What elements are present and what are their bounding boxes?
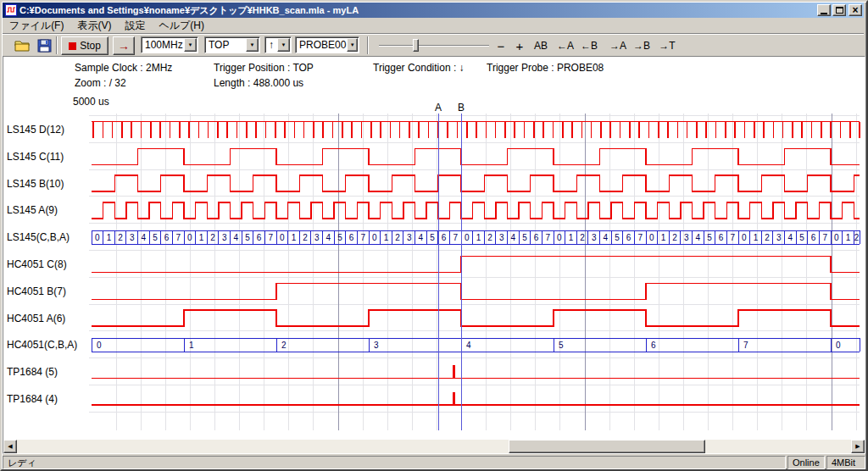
trigger-position-combo[interactable]: TOP ▼ bbox=[204, 36, 260, 53]
maximize-icon bbox=[836, 7, 843, 14]
signal-row-7: HC4051 A(6) bbox=[7, 310, 860, 326]
statusbar: レディ Online 4MBit bbox=[3, 456, 865, 469]
scroll-right-button[interactable]: ▶ bbox=[851, 440, 865, 453]
scrollbar-thumb[interactable] bbox=[509, 440, 705, 453]
toolbar: Stop → 100MHz ▼ TOP ▼ ↑ ▼ PROBE00 ▼ − + … bbox=[3, 33, 864, 56]
chevron-down-icon[interactable]: ▼ bbox=[246, 38, 259, 52]
save-file-button[interactable] bbox=[35, 36, 55, 55]
zoom-out-button[interactable]: − bbox=[492, 36, 509, 55]
bus-value: 2 bbox=[487, 233, 492, 242]
scrollbar-track[interactable] bbox=[17, 440, 851, 453]
bus-value: 2 bbox=[580, 233, 585, 242]
bus-value: 0 bbox=[97, 341, 102, 350]
chevron-down-icon[interactable]: ▼ bbox=[184, 38, 197, 52]
menu-view[interactable]: 表示(V) bbox=[70, 18, 118, 34]
signal-label: LS145 B(10) bbox=[7, 178, 64, 190]
trigger-edge-combo[interactable]: ↑ ▼ bbox=[264, 36, 292, 53]
maximize-button[interactable] bbox=[832, 4, 846, 16]
menu-file[interactable]: ファイル(F) bbox=[3, 18, 70, 34]
chevron-down-icon[interactable]: ▼ bbox=[277, 38, 290, 52]
bus-value: 2 bbox=[765, 233, 770, 242]
bus-value: 7 bbox=[175, 233, 181, 242]
zoom-slider[interactable] bbox=[379, 36, 489, 55]
signal-row-0: LS145 D(12) bbox=[7, 122, 860, 138]
bus-value: 2 bbox=[395, 233, 400, 242]
bus-value: 6 bbox=[626, 233, 632, 242]
signal-label: LS145 A(9) bbox=[7, 204, 58, 216]
stop-button[interactable]: Stop bbox=[61, 36, 108, 55]
bus-value: 5 bbox=[559, 341, 564, 350]
bus-value: 2 bbox=[281, 341, 287, 350]
bus-value: 0 bbox=[742, 233, 747, 242]
signal-row-1: LS145 C(11) bbox=[7, 148, 860, 164]
signal-label: HC4051 A(6) bbox=[7, 313, 65, 324]
floppy-disk-icon bbox=[37, 39, 53, 53]
bus-value: 0 bbox=[95, 233, 100, 242]
signal-row-10: TP1684 (4) bbox=[7, 392, 860, 405]
menu-help[interactable]: ヘルプ(H) bbox=[152, 18, 211, 34]
bus-value: 4 bbox=[466, 341, 471, 350]
move-marker-b-left-button[interactable]: ←B bbox=[577, 36, 601, 55]
run-button[interactable]: → bbox=[113, 36, 135, 55]
marker-label: B bbox=[458, 102, 465, 114]
zoom-in-button[interactable]: + bbox=[511, 36, 528, 55]
marker-b[interactable]: B bbox=[458, 102, 465, 430]
bus-value: 0 bbox=[187, 233, 192, 242]
stop-icon bbox=[69, 42, 76, 50]
bus-value: 2 bbox=[672, 233, 677, 242]
goto-trigger-button[interactable]: →T bbox=[655, 36, 679, 55]
move-marker-b-right-button[interactable]: →B bbox=[630, 36, 654, 55]
close-button[interactable]: × bbox=[849, 4, 862, 16]
horizontal-scrollbar[interactable]: ◀ ▶ bbox=[3, 440, 865, 453]
move-marker-a-left-button[interactable]: ←A bbox=[554, 36, 577, 55]
signal-row-6: HC4051 B(7) bbox=[7, 283, 860, 299]
bus-value: 5 bbox=[430, 233, 435, 242]
zoom-slider-track[interactable] bbox=[379, 45, 489, 47]
close-icon: × bbox=[852, 6, 858, 14]
bus-value: 4 bbox=[788, 233, 793, 242]
trigger-probe-info: Trigger Probe : PROBE08 bbox=[487, 62, 604, 74]
waveform-canvas: LS145 D(12)LS145 C(11)LS145 B(10)LS145 A… bbox=[3, 57, 865, 438]
app-icon bbox=[5, 4, 17, 16]
bus-value: 0 bbox=[836, 341, 841, 350]
titlebar[interactable]: C:¥Documents and Settings¥noname¥デスクトップ¥… bbox=[3, 3, 864, 18]
sample-clock-value: 100MHz bbox=[142, 39, 183, 51]
waveform-view: LS145 D(12)LS145 C(11)LS145 B(10)LS145 A… bbox=[3, 56, 865, 454]
bus-value: 3 bbox=[592, 233, 597, 242]
zoom-slider-thumb[interactable] bbox=[413, 39, 419, 52]
sample-clock-info: Sample Clock : 2MHz bbox=[75, 62, 172, 74]
minimize-button[interactable] bbox=[817, 4, 831, 16]
bus-value: 5 bbox=[153, 233, 158, 242]
bus-value: 7 bbox=[545, 233, 550, 242]
dropdown-arrow-glyph: ▼ bbox=[250, 42, 255, 47]
bus-value: 1 bbox=[384, 233, 389, 242]
bus-value: 6 bbox=[534, 233, 539, 242]
bus-value: 7 bbox=[822, 233, 827, 242]
move-marker-a-right-button[interactable]: →A bbox=[606, 36, 630, 55]
bus-value: 0 bbox=[557, 233, 562, 242]
signal-label: TP1684 (5) bbox=[7, 366, 58, 378]
bus-value: 7 bbox=[743, 341, 748, 350]
signal-label: LS145 D(12) bbox=[7, 124, 64, 136]
marker-a[interactable]: A bbox=[435, 102, 442, 430]
pulse-mark bbox=[453, 392, 455, 405]
bus-value: 5 bbox=[337, 233, 342, 242]
ab-span-button[interactable]: AB bbox=[530, 36, 552, 55]
bus-value: 5 bbox=[707, 233, 712, 242]
scroll-left-icon: ◀ bbox=[8, 443, 12, 450]
chevron-down-icon[interactable]: ▼ bbox=[347, 38, 358, 52]
menu-settings[interactable]: 設定 bbox=[118, 18, 152, 34]
status-memory: 4MBit bbox=[826, 456, 865, 469]
probe-combo[interactable]: PROBE00 ▼ bbox=[295, 36, 359, 53]
bus-value: 1 bbox=[846, 233, 851, 242]
bus-value: 3 bbox=[374, 341, 379, 350]
sample-clock-combo[interactable]: 100MHz ▼ bbox=[141, 36, 198, 53]
bus-value: 4 bbox=[234, 233, 239, 242]
open-file-button[interactable] bbox=[13, 36, 33, 55]
scroll-left-button[interactable]: ◀ bbox=[3, 440, 17, 453]
trigger-edge-value: ↑ bbox=[265, 39, 276, 51]
window-title: C:¥Documents and Settings¥noname¥デスクトップ¥… bbox=[19, 4, 815, 17]
bus-value: 6 bbox=[442, 233, 447, 242]
stop-label: Stop bbox=[80, 40, 101, 52]
bus-value: 0 bbox=[834, 233, 839, 242]
